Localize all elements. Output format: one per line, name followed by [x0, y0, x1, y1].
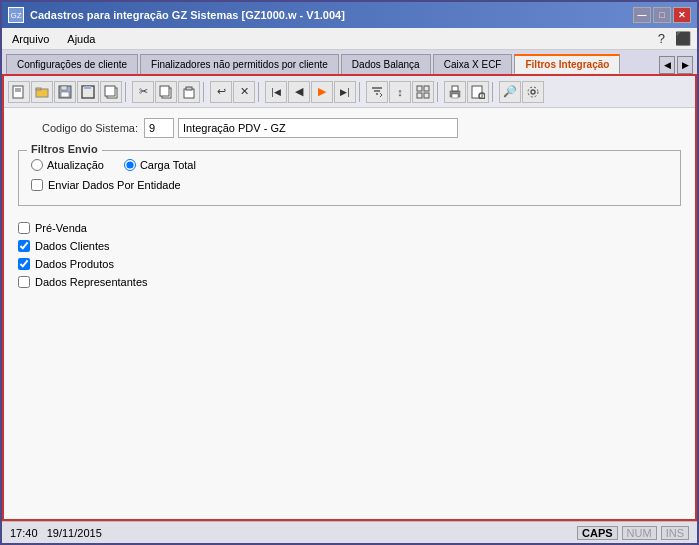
- tab-next-button[interactable]: ▶: [677, 56, 693, 74]
- minimize-button[interactable]: —: [633, 7, 651, 23]
- search-button[interactable]: 🔎: [499, 81, 521, 103]
- app-icon: GZ: [8, 7, 24, 23]
- dados-produtos-text: Dados Produtos: [35, 258, 114, 270]
- radio-atualizacao-text: Atualização: [47, 159, 104, 171]
- svg-rect-22: [424, 93, 429, 98]
- dados-clientes-checkbox[interactable]: [18, 240, 30, 252]
- descricao-input[interactable]: [178, 118, 458, 138]
- frame-button[interactable]: [77, 81, 99, 103]
- filtros-envio-title: Filtros Envio: [27, 143, 102, 155]
- svg-rect-13: [160, 86, 169, 96]
- title-bar-left: GZ Cadastros para integração GZ Sistemas…: [8, 7, 345, 23]
- radio-carga-total[interactable]: [124, 159, 136, 171]
- tab-dados-balanca[interactable]: Dados Balança: [341, 54, 431, 74]
- dados-clientes-label[interactable]: Dados Clientes: [18, 240, 681, 252]
- print-button[interactable]: [444, 81, 466, 103]
- form-area: Codigo do Sistema: Filtros Envio Atualiz…: [4, 108, 695, 519]
- enviar-dados-text: Enviar Dados Por Entidade: [48, 179, 181, 191]
- svg-rect-4: [36, 88, 41, 90]
- copy-button[interactable]: [155, 81, 177, 103]
- sep4: [359, 82, 363, 102]
- radio-atualizacao[interactable]: [31, 159, 43, 171]
- svg-rect-21: [417, 93, 422, 98]
- tab-configuracoes-cliente[interactable]: Configurações de cliente: [6, 54, 138, 74]
- sep6: [492, 82, 496, 102]
- menu-ajuda[interactable]: Ajuda: [63, 32, 99, 46]
- menu-bar: Arquivo Ajuda ? ⬛: [2, 28, 697, 50]
- num-badge: NUM: [622, 526, 657, 540]
- checkboxes-section: Pré-Venda Dados Clientes Dados Produtos …: [18, 222, 681, 288]
- codigo-label: Codigo do Sistema:: [18, 122, 138, 134]
- tab-finalizadores[interactable]: Finalizadores não permitidos por cliente: [140, 54, 339, 74]
- grid-button[interactable]: [412, 81, 434, 103]
- svg-line-28: [484, 98, 485, 99]
- radio-atualizacao-label[interactable]: Atualização: [31, 159, 104, 171]
- tab-filtros-integracao[interactable]: Filtros Integração: [514, 54, 620, 74]
- cut-button[interactable]: ✂: [132, 81, 154, 103]
- svg-rect-6: [61, 86, 67, 90]
- paste-button[interactable]: [178, 81, 200, 103]
- caps-badge: CAPS: [577, 526, 618, 540]
- tabs-bar: Configurações de cliente Finalizadores n…: [2, 50, 697, 74]
- content-area: ✂ ↩ ✕ |◀ ◀ ▶ ▶|: [2, 74, 697, 521]
- status-time: 17:40 19/11/2015: [10, 527, 102, 539]
- copy-window-button[interactable]: [100, 81, 122, 103]
- open-button[interactable]: [31, 81, 53, 103]
- tab-prev-button[interactable]: ◀: [659, 56, 675, 74]
- svg-rect-24: [452, 86, 458, 91]
- dados-representantes-text: Dados Representantes: [35, 276, 148, 288]
- new-button[interactable]: [8, 81, 30, 103]
- sort-button[interactable]: ↕: [389, 81, 411, 103]
- status-bar: 17:40 19/11/2015 CAPS NUM INS: [2, 521, 697, 543]
- next-button[interactable]: ▶: [311, 81, 333, 103]
- maximize-button[interactable]: □: [653, 7, 671, 23]
- window-controls: — □ ✕: [633, 7, 691, 23]
- dados-produtos-label[interactable]: Dados Produtos: [18, 258, 681, 270]
- dados-clientes-text: Dados Clientes: [35, 240, 110, 252]
- ins-badge: INS: [661, 526, 689, 540]
- radio-carga-total-text: Carga Total: [140, 159, 196, 171]
- pre-venda-checkbox[interactable]: [18, 222, 30, 234]
- svg-point-30: [528, 87, 538, 97]
- help-icon[interactable]: ?: [658, 31, 665, 46]
- preview-button[interactable]: [467, 81, 489, 103]
- tab-navigation: ◀ ▶: [659, 56, 693, 74]
- main-window: GZ Cadastros para integração GZ Sistemas…: [0, 0, 699, 545]
- svg-rect-7: [61, 92, 69, 97]
- dados-representantes-label[interactable]: Dados Representantes: [18, 276, 681, 288]
- filtros-envio-group: Filtros Envio Atualização Carga Total En…: [18, 150, 681, 206]
- enviar-dados-checkbox[interactable]: [31, 179, 43, 191]
- sep1: [125, 82, 129, 102]
- radio-group: Atualização Carga Total: [31, 159, 668, 171]
- sep2: [203, 82, 207, 102]
- cancel-button[interactable]: ✕: [233, 81, 255, 103]
- dados-representantes-checkbox[interactable]: [18, 276, 30, 288]
- pre-venda-label[interactable]: Pré-Venda: [18, 222, 681, 234]
- svg-rect-0: [13, 86, 23, 98]
- filter-button[interactable]: [366, 81, 388, 103]
- save-button[interactable]: [54, 81, 76, 103]
- undo-button[interactable]: ↩: [210, 81, 232, 103]
- sep5: [437, 82, 441, 102]
- title-bar: GZ Cadastros para integração GZ Sistemas…: [2, 2, 697, 28]
- toolbar: ✂ ↩ ✕ |◀ ◀ ▶ ▶|: [4, 76, 695, 108]
- pre-venda-text: Pré-Venda: [35, 222, 87, 234]
- codigo-input[interactable]: [144, 118, 174, 138]
- first-button[interactable]: |◀: [265, 81, 287, 103]
- dados-produtos-checkbox[interactable]: [18, 258, 30, 270]
- radio-carga-total-label[interactable]: Carga Total: [124, 159, 196, 171]
- nav-icon: ⬛: [675, 31, 691, 46]
- svg-rect-11: [105, 86, 115, 96]
- svg-rect-25: [452, 94, 458, 98]
- svg-rect-20: [424, 86, 429, 91]
- codigo-row: Codigo do Sistema:: [18, 118, 681, 138]
- config-button[interactable]: [522, 81, 544, 103]
- menu-arquivo[interactable]: Arquivo: [8, 32, 53, 46]
- last-button[interactable]: ▶|: [334, 81, 356, 103]
- close-button[interactable]: ✕: [673, 7, 691, 23]
- tab-caixa-ecf[interactable]: Caixa X ECF: [433, 54, 513, 74]
- prev-button[interactable]: ◀: [288, 81, 310, 103]
- window-title: Cadastros para integração GZ Sistemas [G…: [30, 9, 345, 21]
- enviar-dados-checkbox-label[interactable]: Enviar Dados Por Entidade: [31, 179, 668, 191]
- svg-point-29: [531, 90, 535, 94]
